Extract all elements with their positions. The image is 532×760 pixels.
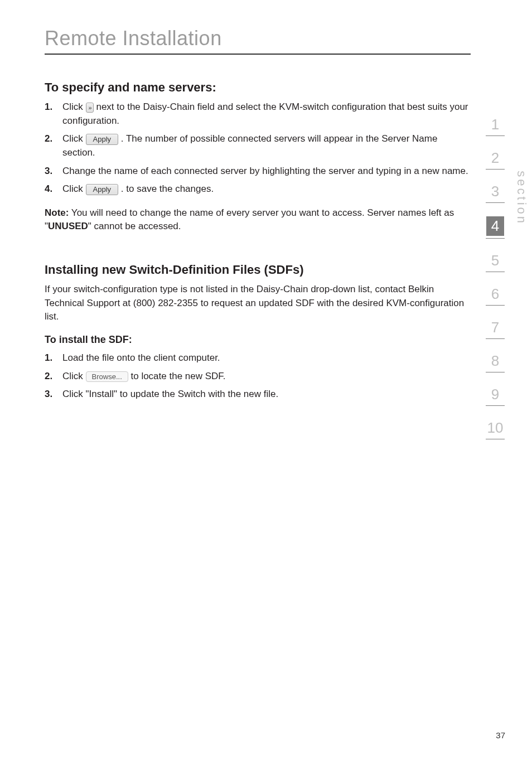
note-paragraph: Note: You will need to change the name o… (45, 206, 471, 234)
item-number: 1. (45, 351, 62, 365)
section-vertical-label: section (514, 171, 529, 225)
sidebar-rule (486, 238, 505, 239)
page-container: Remote Installation To specify and name … (0, 0, 532, 760)
item-number: 1. (45, 100, 62, 128)
section2-subheading: To install the SDF: (45, 334, 471, 346)
section-nav-1[interactable]: 1 (478, 116, 512, 133)
item-body: Click Browse... to locate the new SDF. (62, 370, 471, 384)
list-item: 2. Click Browse... to locate the new SDF… (45, 370, 471, 384)
item-number: 2. (45, 132, 62, 159)
item-body: Click "Install" to update the Switch wit… (62, 388, 471, 401)
section2-paragraph: If your switch-configuration type is not… (45, 283, 471, 324)
section-nav-3[interactable]: 3 (478, 183, 512, 200)
sidebar-rule (486, 135, 505, 136)
text-fragment: . The number of possible connected serve… (62, 133, 437, 158)
note-label: Note: (45, 207, 69, 218)
apply-button[interactable]: Apply (86, 184, 119, 195)
item-body: Click Apply . to save the changes. (62, 182, 471, 196)
text-fragment: to locate the new SDF. (130, 371, 225, 381)
sidebar-rule (486, 405, 505, 406)
text-fragment: next to the Daisy-Chain field and select… (62, 101, 468, 126)
list-item: 1. Load the file onto the client compute… (45, 351, 471, 365)
text-fragment: Click (62, 101, 86, 112)
section-nav-7[interactable]: 7 (478, 319, 512, 336)
section-nav-2[interactable]: 2 (478, 149, 512, 167)
section1-heading: To specify and name servers: (45, 80, 471, 95)
list-item: 4. Click Apply . to save the changes. (45, 182, 471, 196)
item-body: Change the name of each connected server… (62, 164, 471, 178)
sidebar-rule (486, 202, 505, 203)
list-item: 3. Change the name of each connected ser… (45, 164, 471, 178)
sidebar-rule (486, 439, 505, 439)
text-fragment: . to save the changes. (121, 183, 214, 194)
section2-heading: Installing new Switch-Definition Files (… (45, 263, 471, 277)
section1-list: 1. Click » next to the Daisy-Chain field… (45, 100, 471, 196)
sidebar-rule (486, 338, 505, 339)
item-number: 3. (45, 164, 62, 178)
title-rule (45, 54, 471, 55)
section-nav-9[interactable]: 9 (478, 386, 512, 403)
item-body: Click » next to the Daisy-Chain field an… (62, 100, 471, 128)
sidebar-rule (486, 169, 505, 170)
section-sidebar: 1 2 3 4 5 6 7 8 9 10 (478, 116, 512, 453)
unused-keyword: UNUSED (48, 221, 88, 231)
list-item: 2. Click Apply . The number of possible … (45, 132, 471, 159)
section-nav-6[interactable]: 6 (478, 285, 512, 303)
text-fragment: Click (62, 371, 86, 381)
text-fragment: Click (62, 183, 86, 194)
list-item: 1. Click » next to the Daisy-Chain field… (45, 100, 471, 128)
sidebar-rule (486, 372, 505, 372)
section-nav-8[interactable]: 8 (478, 352, 512, 370)
section-nav-4[interactable]: 4 (486, 216, 504, 236)
section-nav-5[interactable]: 5 (478, 252, 512, 269)
item-body: Load the file onto the client computer. (62, 351, 471, 365)
chevron-icon: » (89, 104, 91, 111)
apply-button[interactable]: Apply (86, 134, 119, 145)
list-item: 3. Click "Install" to update the Switch … (45, 388, 471, 401)
text-fragment: " cannot be accessed. (88, 221, 181, 231)
sidebar-rule (486, 272, 505, 272)
item-number: 3. (45, 388, 62, 401)
sidebar-rule (486, 305, 505, 306)
item-number: 2. (45, 370, 62, 384)
browse-button[interactable]: Browse... (86, 371, 128, 382)
expand-button[interactable]: » (86, 103, 94, 113)
section-nav-10[interactable]: 10 (478, 419, 512, 437)
section2-list: 1. Load the file onto the client compute… (45, 351, 471, 401)
text-fragment: Click (62, 133, 86, 144)
page-number: 37 (496, 730, 505, 740)
page-title: Remote Installation (45, 27, 471, 50)
item-number: 4. (45, 182, 62, 196)
item-body: Click Apply . The number of possible con… (62, 132, 471, 159)
